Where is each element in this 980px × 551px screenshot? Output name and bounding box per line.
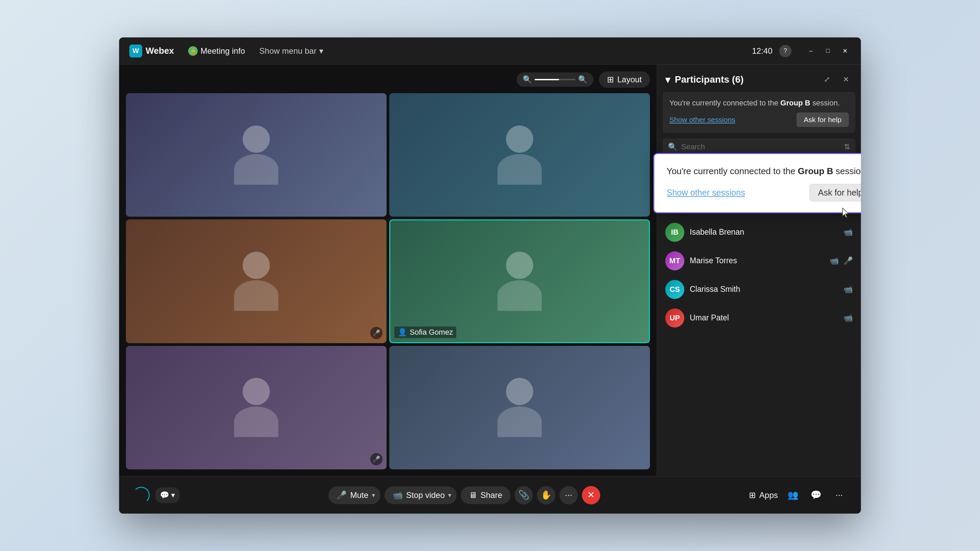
video-placeholder-3 bbox=[126, 219, 387, 343]
participant-controls-clarissa: 📹 bbox=[843, 285, 853, 294]
video-icon-umar: 📹 bbox=[843, 314, 853, 322]
zoom-slider[interactable] bbox=[535, 79, 576, 80]
tooltip-suffix: session. bbox=[833, 166, 861, 176]
show-other-sessions-link[interactable]: Show other sessions bbox=[669, 116, 735, 124]
apps-label: Apps bbox=[759, 491, 778, 500]
webex-logo-icon: W bbox=[129, 44, 142, 57]
person-head-5 bbox=[243, 378, 270, 405]
share-button[interactable]: 🖥 Share bbox=[461, 486, 511, 504]
participant-item-isabella[interactable]: IB Isabella Brenan 📹 bbox=[660, 218, 858, 246]
raise-hand-button[interactable]: ✋ bbox=[537, 486, 555, 504]
show-menu-bar-button[interactable]: Show menu bar ▾ bbox=[259, 46, 323, 56]
participants-icon-button[interactable]: 👥 bbox=[785, 487, 801, 503]
person-body-5 bbox=[234, 407, 278, 437]
help-button[interactable]: ? bbox=[779, 45, 791, 57]
video-icon-isabella: 📹 bbox=[843, 228, 853, 237]
pop-out-button[interactable]: ⤢ bbox=[820, 73, 834, 86]
participant-info-clarissa: Clarissa Smith bbox=[690, 285, 838, 294]
video-placeholder-1 bbox=[126, 93, 387, 217]
reactions-button[interactable]: 📎 bbox=[514, 486, 533, 504]
session-text-suffix: session. bbox=[810, 98, 840, 107]
ask-for-help-button[interactable]: Ask for help bbox=[797, 113, 849, 127]
person-body-3 bbox=[234, 280, 278, 311]
person-body-6 bbox=[498, 407, 542, 437]
close-button[interactable]: ✕ bbox=[839, 45, 851, 57]
share-label: Share bbox=[480, 491, 502, 500]
person-3 bbox=[234, 252, 278, 311]
video-area: 🔍 🔍 ⊞ Layout bbox=[119, 65, 657, 476]
chat-button[interactable]: 💬 ▾ bbox=[155, 487, 180, 503]
toolbar-center: 🎤 Mute ▾ 📹 Stop video ▾ 🖥 Share 📎 ✋ ··· bbox=[328, 486, 600, 504]
search-input[interactable] bbox=[681, 143, 840, 151]
mute-button[interactable]: 🎤 Mute ▾ bbox=[328, 486, 380, 504]
end-call-icon: ✕ bbox=[587, 490, 595, 500]
video-toolbar: 🔍 🔍 ⊞ Layout bbox=[126, 71, 650, 88]
participant-icon: 👤 bbox=[398, 328, 407, 337]
chevron-down-icon: ▾ bbox=[319, 46, 323, 56]
tooltip-show-sessions-link[interactable]: Show other sessions bbox=[667, 188, 745, 198]
meeting-info-label: Meeting info bbox=[200, 46, 245, 56]
stop-video-button[interactable]: 📹 Stop video ▾ bbox=[385, 486, 457, 504]
meeting-info-button[interactable]: 🔒 Meeting info bbox=[184, 44, 249, 58]
time-display: 12:40 bbox=[752, 46, 772, 56]
window-controls: – □ ✕ bbox=[805, 45, 851, 57]
chat-chevron: ▾ bbox=[171, 491, 175, 500]
maximize-button[interactable]: □ bbox=[822, 45, 834, 57]
video-cell-1 bbox=[126, 93, 387, 217]
stop-video-label: Stop video bbox=[406, 491, 445, 500]
clip-icon: 📎 bbox=[518, 490, 529, 500]
session-group: Group B bbox=[780, 98, 810, 107]
video-icon: 📹 bbox=[393, 491, 403, 500]
video-grid: 🎤 👤 Sofia Gomez bbox=[126, 93, 650, 469]
panel-actions: ⤢ ✕ bbox=[820, 73, 853, 86]
layout-label: Layout bbox=[617, 75, 642, 84]
person-head-4 bbox=[506, 252, 533, 279]
participant-info-marise: Marise Torres bbox=[690, 256, 824, 265]
mute-badge-3: 🎤 bbox=[370, 327, 382, 339]
ellipsis-icon: ··· bbox=[835, 490, 843, 500]
participant-name-umar: Umar Patel bbox=[690, 313, 838, 322]
sort-button[interactable]: ⇅ bbox=[844, 143, 850, 151]
participants-title: Participants (6) bbox=[675, 74, 743, 85]
participant-item-marise[interactable]: MT Marise Torres 📹 🎤 bbox=[660, 246, 858, 275]
chat-icon: 💬 bbox=[160, 491, 169, 500]
chevron-icon: ▾ bbox=[665, 74, 670, 86]
chat-icon-button[interactable]: 💬 bbox=[808, 487, 824, 503]
participant-item-clarissa[interactable]: CS Clarissa Smith 📹 bbox=[660, 275, 858, 304]
participant-info-isabella: Isabella Brenan bbox=[690, 227, 838, 237]
session-text: You're currently connected to the Group … bbox=[669, 98, 849, 108]
avatar-isabella: IB bbox=[665, 223, 684, 242]
more-options-button[interactable]: ··· bbox=[559, 486, 578, 504]
close-panel-button[interactable]: ✕ bbox=[839, 73, 853, 86]
participant-controls-isabella: 📹 bbox=[843, 228, 853, 237]
zoom-out-icon[interactable]: 🔍 bbox=[523, 75, 532, 84]
zoom-slider-fill bbox=[535, 79, 559, 80]
participants-icon: 👥 bbox=[788, 490, 798, 500]
video-placeholder-6 bbox=[389, 346, 650, 469]
person-head-2 bbox=[506, 125, 533, 153]
video-placeholder-4 bbox=[390, 221, 649, 342]
minimize-button[interactable]: – bbox=[805, 45, 817, 57]
layout-button[interactable]: ⊞ Layout bbox=[599, 71, 650, 88]
zoom-in-icon[interactable]: 🔍 bbox=[578, 75, 587, 84]
titlebar: W Webex 🔒 Meeting info Show menu bar ▾ 1… bbox=[119, 37, 861, 65]
video-placeholder-5 bbox=[126, 346, 387, 469]
zoom-control[interactable]: 🔍 🔍 bbox=[517, 73, 593, 87]
webex-logo: W Webex bbox=[129, 44, 174, 57]
search-icon: 🔍 bbox=[668, 143, 677, 151]
person-6 bbox=[498, 378, 542, 437]
video-label-sofia: 👤 Sofia Gomez bbox=[395, 327, 456, 338]
participant-item-umar[interactable]: UP Umar Patel 📹 bbox=[660, 304, 858, 332]
participant-name-marise: Marise Torres bbox=[690, 256, 824, 265]
tooltip-ask-help-button[interactable]: Ask for help bbox=[810, 184, 861, 202]
participant-name-clarissa: Clarissa Smith bbox=[690, 285, 838, 294]
tooltip-popup: You're currently connected to the Group … bbox=[653, 153, 861, 213]
titlebar-left: W Webex 🔒 Meeting info Show menu bar ▾ bbox=[129, 44, 752, 58]
participant-controls-marise: 📹 🎤 bbox=[830, 256, 853, 265]
more-right-button[interactable]: ··· bbox=[831, 487, 847, 503]
participant-info-umar: Umar Patel bbox=[690, 313, 838, 322]
sofia-name-label: Sofia Gomez bbox=[410, 328, 453, 337]
end-call-button[interactable]: ✕ bbox=[582, 486, 600, 504]
avatar-marise: MT bbox=[665, 251, 684, 270]
apps-button[interactable]: ⊞ Apps bbox=[749, 491, 778, 500]
